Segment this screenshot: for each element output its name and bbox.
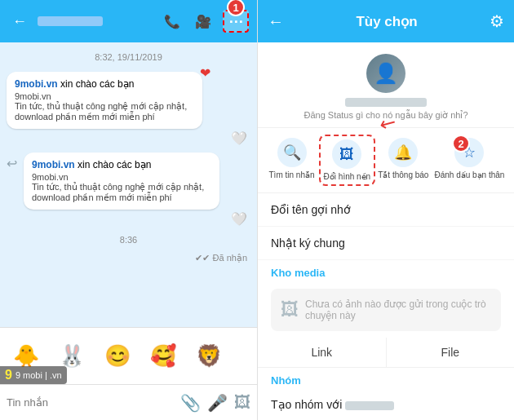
msg-sub-1: 9mobi.vnTin tức, thủ thuật công nghệ mới… — [15, 91, 194, 122]
menu-item-diary[interactable]: Nhật ký chung — [258, 227, 514, 260]
image-icon[interactable]: 🖼 — [234, 393, 250, 412]
watermark: 9 9 mobi | .vn — [0, 366, 67, 384]
media-photo-icon: 🖼 — [281, 299, 299, 321]
left-header-icons: 📞 🎥 ⋯ 1 ↗ — [161, 10, 249, 33]
right-panel: ← Tùy chọn ⚙ 👤 Đăng Status gì cho nó ngẫ… — [257, 0, 514, 420]
msg-sub-2: 9mobi.vnTin tức, thủ thuật công nghệ mới… — [32, 172, 211, 203]
left-chat-title — [38, 16, 103, 26]
search-qa-icon: 🔍 — [277, 138, 307, 167]
badge-num: 1 — [227, 0, 245, 16]
qa-change-bg[interactable]: 🖼 Đổi hình nền — [319, 135, 376, 186]
group-section-label: Nhóm — [258, 368, 514, 390]
attach-icon[interactable]: 📎 — [180, 393, 201, 413]
input-bar: 📎 🎤 🖼 — [0, 384, 257, 420]
right-header: ← Tùy chọn ⚙ — [258, 0, 514, 42]
sticker-3[interactable]: 😊 — [96, 335, 139, 378]
sticker-5[interactable]: 🦁 — [188, 335, 230, 378]
change-bg-icon: 🖼 — [332, 139, 361, 169]
left-header: ← 📞 🎥 ⋯ 1 ↗ — [0, 0, 257, 42]
message-input[interactable] — [7, 396, 174, 409]
profile-name — [345, 98, 427, 107]
message-row: 9mobi.vn xin chào các bạn 9mobi.vnTin tứ… — [7, 72, 250, 146]
msg-bubble-2: 9mobi.vn xin chào các bạn 9mobi.vnTin tứ… — [24, 153, 219, 210]
left-panel: ← 📞 🎥 ⋯ 1 ↗ 8:32, 19/11/2019 — [0, 0, 257, 420]
link-button[interactable]: Link — [258, 338, 387, 367]
right-title: Tùy chọn — [356, 13, 417, 30]
left-header-left: ← — [8, 10, 103, 33]
media-links-row: Link File — [258, 338, 514, 368]
qa-search-label: Tìm tin nhắn — [269, 170, 315, 179]
qa-mute[interactable]: 🔔 Tắt thông báo — [378, 138, 428, 183]
media-placeholder-text: Chưa có ảnh nào được gửi trong cuộc trò … — [305, 298, 491, 321]
msg-bubble-1: 9mobi.vn xin chào các bạn 9mobi.vnTin tứ… — [7, 72, 202, 129]
like-icon-2[interactable]: 🤍 — [231, 211, 247, 227]
call-icon[interactable]: 📞 — [161, 10, 184, 33]
qa-bg-label: Đổi hình nền — [324, 172, 371, 181]
time-label: 8:36 — [7, 235, 250, 245]
msg-link-2[interactable]: 9mobi.vn — [32, 159, 75, 170]
chat-area: 8:32, 19/11/2019 9mobi.vn xin chào các b… — [0, 42, 257, 327]
avatar-image: 👤 — [366, 54, 405, 93]
quick-actions: 🔍 Tìm tin nhắn 🖼 Đổi hình nền ↙ 🔔 Tắt th… — [258, 128, 514, 193]
like-icon-1[interactable]: 🤍 — [231, 130, 247, 146]
media-section-label: Kho media — [258, 260, 514, 282]
heart-icon: ❤ — [200, 65, 210, 81]
avatar: 👤 — [366, 54, 405, 93]
mute-icon: 🔔 — [388, 138, 418, 167]
settings-icon[interactable]: ⚙ — [490, 11, 504, 31]
date-label: 8:32, 19/11/2019 — [7, 52, 250, 62]
message-row-2: ↩ 9mobi.vn xin chào các bạn 9mobi.vnTin … — [7, 153, 250, 227]
sent-label: ✔✔ Đã nhận — [7, 253, 247, 263]
group-contact-name — [345, 401, 394, 410]
qa-search[interactable]: 🔍 Tìm tin nhắn — [268, 138, 317, 183]
create-group-item[interactable]: Tạo nhóm với — [258, 390, 514, 419]
mic-icon[interactable]: 🎤 — [207, 393, 228, 413]
reply-icon[interactable]: ↩ — [7, 156, 17, 171]
qa-bg-wrapper: 🖼 Đổi hình nền ↙ — [322, 138, 373, 183]
qa-star-label: Đánh dấu bạn thân — [434, 170, 504, 179]
right-back-icon[interactable]: ← — [268, 12, 284, 31]
video-icon[interactable]: 🎥 — [192, 10, 215, 33]
menu-item-rename[interactable]: Đổi tên gợi nhớ — [258, 193, 514, 227]
media-placeholder: 🖼 Chưa có ảnh nào được gửi trong cuộc tr… — [271, 289, 501, 331]
badge-num-2: 2 — [452, 135, 470, 153]
msg-link-1[interactable]: 9mobi.vn — [15, 78, 58, 90]
sticker-4[interactable]: 🥰 — [142, 335, 184, 378]
menu-list: Đổi tên gợi nhớ Nhật ký chung — [258, 193, 514, 260]
file-button[interactable]: File — [387, 338, 515, 367]
back-icon[interactable]: ← — [8, 10, 31, 33]
qa-mute-label: Tắt thông báo — [378, 170, 428, 179]
